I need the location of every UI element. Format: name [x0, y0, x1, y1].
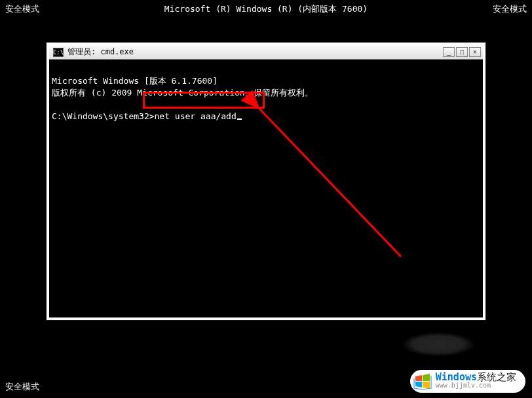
svg-marker-3 [423, 374, 430, 381]
safe-mode-label-tr: 安全模式 [493, 3, 527, 15]
safe-mode-label-bl: 安全模式 [5, 381, 39, 393]
titlebar[interactable]: C:\ 管理员: cmd.exe _ □ × [49, 45, 483, 60]
command-text: net user aaa/add [155, 111, 237, 121]
minimize-button[interactable]: _ [443, 47, 455, 57]
terminal-body[interactable]: Microsoft Windows [版本 6.1.7600]版权所有 (c) … [49, 60, 483, 317]
terminal-line: 版权所有 (c) 2009 Microsoft Corporation。保留所有… [52, 87, 480, 99]
svg-marker-2 [415, 375, 422, 381]
terminal-line: Microsoft Windows [版本 6.1.7600] [52, 75, 480, 87]
window-title: 管理员: cmd.exe [67, 46, 443, 58]
safe-mode-label-tl: 安全模式 [5, 3, 39, 15]
watermark-badge: Windows系统之家 www.bjjmlv.com [410, 370, 525, 393]
cmd-icon: C:\ [53, 48, 64, 57]
watermark-text: Windows系统之家 www.bjjmlv.com [436, 372, 516, 390]
prompt-text: C:\Windows\system32> [52, 111, 155, 121]
close-button[interactable]: × [469, 47, 481, 57]
cmd-window: C:\ 管理员: cmd.exe _ □ × Microsoft Windows… [46, 42, 486, 321]
svg-marker-5 [423, 382, 430, 389]
terminal-prompt-line: C:\Windows\system32>net user aaa/add [52, 111, 480, 122]
maximize-button[interactable]: □ [456, 47, 468, 57]
windows-logo-icon [413, 373, 432, 390]
cmd-window-inner: C:\ 管理员: cmd.exe _ □ × Microsoft Windows… [49, 45, 483, 317]
windows-build-label: Microsoft (R) Windows (R) (内部版本 7600) [164, 3, 368, 15]
shadow-decoration [402, 333, 474, 356]
svg-marker-4 [415, 382, 422, 388]
window-controls: _ □ × [443, 47, 481, 57]
cursor-icon [237, 118, 242, 120]
